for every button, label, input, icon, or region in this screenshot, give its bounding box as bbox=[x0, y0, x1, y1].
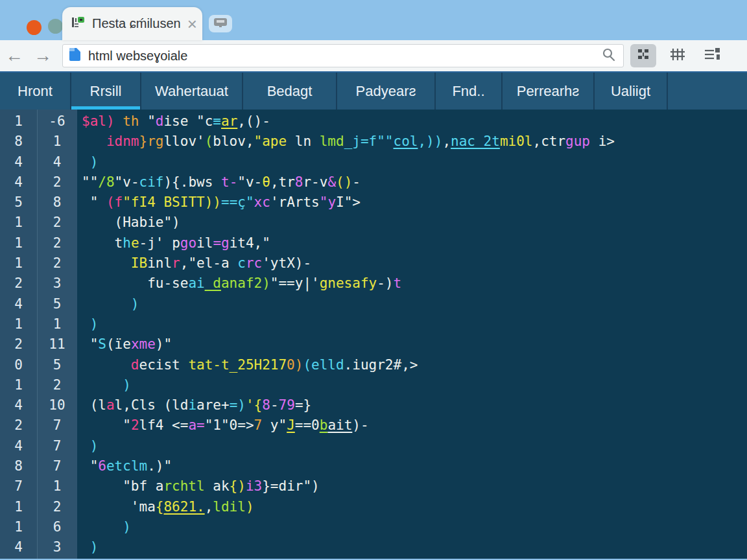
nav-tab-wahertauat[interactable]: Wahertauat bbox=[141, 73, 243, 110]
code-text: (Habie") bbox=[77, 213, 747, 233]
gutter-value-1: 2 bbox=[0, 415, 37, 436]
nav-tab-label: Ualiigt bbox=[611, 83, 650, 100]
code-line[interactable]: 44 ) bbox=[0, 152, 747, 172]
gutter-value-2: 6 bbox=[37, 517, 77, 537]
code-line[interactable]: 12 IBinlr,"el-a crc'ytX)- bbox=[0, 253, 747, 274]
code-line[interactable]: 12 'ma{8621.,ldil) bbox=[0, 497, 747, 517]
code-text: ) bbox=[77, 294, 747, 314]
gutter-value-1: 1 bbox=[0, 111, 37, 132]
list-button[interactable] bbox=[699, 44, 725, 67]
code-line[interactable]: 12 (Habie") bbox=[0, 213, 747, 233]
nav-tab-hront[interactable]: Hront bbox=[0, 73, 71, 110]
nav-tab-padyear[interactable]: Padyearƨ bbox=[337, 73, 436, 110]
nav-tabs: HrontRrsillWahertauatBedagtPadyearƨFnd..… bbox=[0, 73, 747, 110]
search-icon[interactable] bbox=[601, 47, 617, 65]
code-line[interactable]: 71 "bf archtl ak{)i3}=dir") bbox=[0, 476, 747, 496]
code-line[interactable]: 12 ) bbox=[0, 375, 747, 395]
code-line[interactable]: 23 fu-seai_danaf2)"==y|'gnesafy-)t bbox=[0, 274, 747, 294]
code-line[interactable]: 12 the-j' pgoil=git4," bbox=[0, 233, 747, 253]
gutter-value-1: 7 bbox=[0, 476, 37, 496]
code-line[interactable]: 58 " (f"fI4 BSITT))==ç"xc'rArts"yI"> bbox=[0, 192, 747, 213]
gutter-value-2: 5 bbox=[37, 294, 77, 314]
traffic-light-close-button[interactable] bbox=[27, 20, 42, 35]
code-text: fu-seai_danaf2)"==y|'gnesafy-)t bbox=[77, 274, 747, 294]
code-editor[interactable]: 1-6$al) th "dise "c≡ar,()-81 idnm}rgllov… bbox=[0, 110, 747, 559]
gutter-value-1: 4 bbox=[0, 436, 37, 456]
new-tab-icon bbox=[213, 18, 228, 30]
list-icon bbox=[703, 46, 721, 65]
browser-toolbar: ← → html webseɣoiale bbox=[0, 40, 747, 73]
nav-tab-bedagt[interactable]: Bedagt bbox=[243, 73, 337, 110]
gutter-value-2: 7 bbox=[37, 456, 77, 476]
nav-tab-label: Perrearhƨ bbox=[517, 83, 580, 100]
nav-tab-ualiigt[interactable]: Ualiigt bbox=[595, 73, 668, 110]
nav-tab-label: Bedagt bbox=[267, 83, 313, 100]
gutter-value-1: 2 bbox=[0, 274, 37, 294]
gutter-value-2: 11 bbox=[37, 334, 77, 355]
gutter-value-1: 1 bbox=[0, 517, 37, 537]
nav-tab-label: Hront bbox=[18, 83, 53, 100]
gutter-value-2: 2 bbox=[37, 233, 77, 253]
code-text: decist tat-t_25H2170)(elld.iugr2#,> bbox=[77, 355, 747, 375]
gutter-value-2: 7 bbox=[37, 415, 77, 436]
code-line[interactable]: 27 "2lf4 <=a="1"0=>7 y"J==0bait)- bbox=[0, 415, 747, 436]
code-line[interactable]: 42""/8"v-cif){.bws t-"v-θ,tr8r-v&()- bbox=[0, 172, 747, 192]
gutter-value-1: 4 bbox=[0, 537, 37, 557]
tab-close-icon[interactable]: × bbox=[187, 16, 197, 32]
gutter-value-2: 10 bbox=[37, 395, 77, 415]
window-titlebar: Пesta ɕḿilusen × bbox=[0, 0, 747, 40]
code-text: "6etclm.)" bbox=[77, 456, 747, 476]
favicon bbox=[71, 16, 86, 32]
browser-tab[interactable]: Пesta ɕḿilusen × bbox=[62, 7, 202, 40]
forward-button[interactable]: → bbox=[29, 45, 57, 66]
gutter-value-1: 8 bbox=[0, 132, 37, 152]
traffic-light-minimize-button[interactable] bbox=[48, 19, 63, 34]
grid-button[interactable] bbox=[665, 44, 691, 67]
nav-tab-label: Rrsill bbox=[90, 83, 122, 100]
code-text: ) bbox=[77, 314, 747, 334]
page-icon bbox=[69, 47, 82, 64]
gutter-value-1: 1 bbox=[0, 375, 37, 395]
code-line[interactable]: 410 (lal,Cls (ldiare+=)'{8-79=} bbox=[0, 395, 747, 415]
gutter-value-2: 2 bbox=[37, 497, 77, 517]
new-tab-button[interactable] bbox=[209, 15, 232, 32]
code-line[interactable]: 81 idnm}rgllov'(blov,"ape ln lmd_j=f""co… bbox=[0, 132, 747, 152]
code-text: "bf archtl ak{)i3}=dir") bbox=[77, 476, 747, 496]
code-text: ) bbox=[77, 436, 747, 456]
nav-tab-fnd[interactable]: Fnd.. bbox=[436, 73, 503, 110]
gutter-value-1: 1 bbox=[0, 213, 37, 233]
gutter-value-1: 4 bbox=[0, 395, 37, 415]
code-text: ) bbox=[77, 517, 747, 537]
back-button[interactable]: ← bbox=[0, 45, 29, 66]
code-line[interactable]: 211 "S(ïexme)" bbox=[0, 334, 747, 355]
code-line[interactable]: 47 ) bbox=[0, 436, 747, 456]
code-line[interactable]: 43 ) bbox=[0, 537, 747, 557]
gutter-value-2: -6 bbox=[37, 111, 77, 132]
nav-tab-rrsill[interactable]: Rrsill bbox=[71, 73, 141, 110]
code-line[interactable]: 05 decist tat-t_25H2170)(elld.iugr2#,> bbox=[0, 355, 747, 375]
nav-tab-label: Wahertauat bbox=[155, 83, 228, 100]
gutter-value-1 bbox=[0, 558, 37, 559]
gutter-value-2: 2 bbox=[37, 253, 77, 274]
code-line[interactable]: 45 ) bbox=[0, 294, 747, 314]
code-line[interactable]: 16 ) bbox=[0, 517, 747, 537]
gutter-value-1: 4 bbox=[0, 172, 37, 192]
code-text: ) bbox=[77, 375, 747, 395]
panels-button[interactable] bbox=[630, 44, 656, 67]
gutter-value-2: 2 bbox=[37, 213, 77, 233]
code-line[interactable]: 11 ) bbox=[0, 314, 747, 334]
code-line[interactable]: 87 "6etclm.)" bbox=[0, 456, 747, 476]
code-line[interactable]: 1-6$al) th "dise "c≡ar,()- bbox=[0, 111, 747, 132]
gutter-value-1: 5 bbox=[0, 192, 37, 213]
gutter-value-2: 2 bbox=[37, 172, 77, 192]
grid-icon bbox=[669, 46, 686, 65]
address-bar[interactable]: html webseɣoiale bbox=[62, 44, 624, 67]
code-text: ) bbox=[77, 537, 747, 557]
nav-tab-perrearh[interactable]: Perrearhƨ bbox=[503, 73, 595, 110]
gutter-value-1: 1 bbox=[0, 314, 37, 334]
gutter-value-1: 4 bbox=[0, 294, 37, 314]
gutter-value-1: 0 bbox=[0, 355, 37, 375]
url-text[interactable]: html webseɣoiale bbox=[88, 49, 595, 64]
gutter-value-1: 1 bbox=[0, 253, 37, 274]
code-line[interactable]: " 00 bbox=[0, 558, 747, 559]
